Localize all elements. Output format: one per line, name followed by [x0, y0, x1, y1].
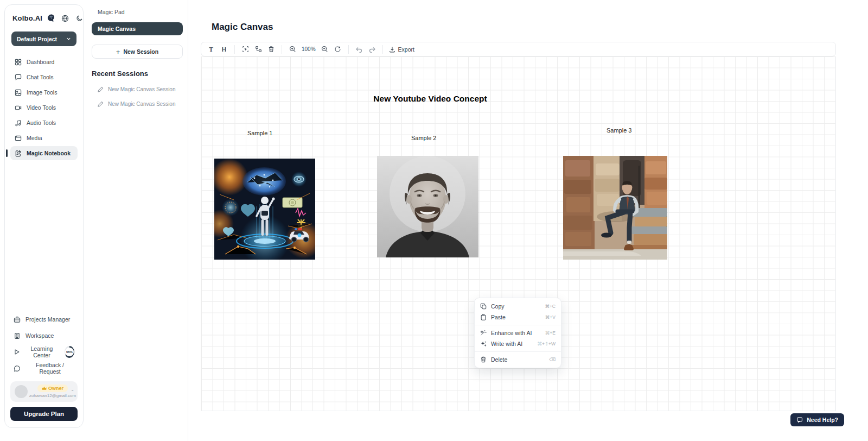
download-icon: [389, 46, 395, 53]
media-icon: [15, 135, 22, 142]
toolbar-divider: [348, 45, 349, 54]
recent-sessions-heading: Recent Sessions: [92, 70, 181, 78]
undo-button[interactable]: [353, 43, 365, 55]
sidebar-item-chat-tools[interactable]: Chat Tools: [10, 70, 78, 84]
recent-session-item[interactable]: New Magic Canvas Session: [92, 101, 176, 107]
zoom-out-icon: [321, 46, 328, 53]
need-help-label: Need Help?: [807, 417, 838, 423]
sidebar-item-projects-manager[interactable]: Projects Manager: [10, 313, 78, 326]
reset-view-button[interactable]: [332, 43, 344, 55]
context-menu-item-enhance-with-ai[interactable]: Enhance with AI ⌘+E: [475, 327, 561, 338]
need-help-button[interactable]: Need Help?: [790, 413, 844, 426]
new-session-button[interactable]: + New Session: [92, 45, 183, 59]
sidebar-item-label: Video Tools: [27, 104, 56, 111]
heading-tool-button[interactable]: H: [218, 43, 230, 55]
project-selector-label: Default Project: [17, 36, 57, 42]
upgrade-plan-button[interactable]: Upgrade Plan: [10, 407, 78, 421]
sidebar-item-label: Audio Tools: [27, 119, 56, 126]
context-menu-label: Delete: [491, 356, 545, 363]
sidebar-item-feedback-request[interactable]: Feedback / Request: [10, 362, 78, 375]
video-camera-icon: [15, 104, 22, 111]
learning-progress-value: 66%: [65, 348, 74, 356]
sidebar-item-label: Learning Center: [25, 345, 59, 358]
export-button[interactable]: Export: [387, 43, 416, 55]
canvas-heading-text[interactable]: New Youtube Video Concept: [373, 94, 487, 104]
context-menu-item-paste[interactable]: Paste ⌘+V: [475, 312, 561, 323]
learning-progress-ring: 66%: [65, 346, 74, 358]
sidebar-item-media[interactable]: Media: [10, 131, 78, 145]
recent-session-item[interactable]: New Magic Canvas Session: [92, 86, 176, 92]
toolbar-divider: [282, 45, 282, 54]
context-menu-item-copy[interactable]: Copy ⌘+C: [475, 301, 561, 312]
sample-1-label[interactable]: Sample 1: [247, 130, 272, 136]
sidebar-item-label: Feedback / Request: [25, 362, 74, 375]
language-globe-button[interactable]: [61, 15, 69, 22]
trash-icon: [268, 46, 275, 53]
sidebar-item-workspace[interactable]: Workspace: [10, 329, 78, 342]
select-tool-button[interactable]: [239, 43, 251, 55]
app-logo: Kolbo.AI: [12, 14, 42, 22]
clipboard-icon: [480, 314, 487, 320]
sidebar-item-learning-center[interactable]: Learning Center 66%: [10, 345, 78, 358]
sidebar-item-audio-tools[interactable]: Audio Tools: [10, 116, 78, 130]
sidebar-bottom: Projects Manager Workspace Learning Cent…: [10, 313, 78, 421]
image-icon: [15, 89, 22, 96]
zoom-in-icon: [289, 46, 296, 53]
zoom-out-button[interactable]: [319, 43, 331, 55]
context-menu: Copy ⌘+C Paste ⌘+V Enhance with AI ⌘+E W…: [474, 298, 561, 368]
sidebar-item-video-tools[interactable]: Video Tools: [10, 100, 78, 115]
user-info: Owner zoharvan12@gmail.com: [32, 385, 73, 398]
sidebar-item-label: Magic Notebook: [27, 150, 71, 156]
sidebar-item-dashboard[interactable]: Dashboard: [10, 55, 78, 69]
sidebar-footer-nav: Projects Manager Workspace Learning Cent…: [10, 313, 78, 375]
rotate-reset-icon: [334, 46, 341, 53]
pencil-icon: [98, 86, 104, 92]
sidebar-item-label: Chat Tools: [27, 74, 53, 80]
tab-magic-canvas[interactable]: Magic Canvas: [92, 22, 183, 35]
toolbar-divider: [382, 45, 383, 54]
zoom-in-button[interactable]: [286, 43, 298, 55]
help-chat-icon: [796, 417, 803, 423]
context-menu-item-write-with-ai[interactable]: Write with AI ⌘+⇧+W: [475, 338, 561, 349]
user-account-card[interactable]: Owner zoharvan12@gmail.com ⌃: [10, 381, 78, 402]
canvas-image-ai-robot[interactable]: [214, 159, 315, 260]
context-menu-item-delete[interactable]: Delete ⌫: [475, 354, 561, 365]
context-menu-label: Write with AI: [491, 341, 533, 347]
sample-2-label[interactable]: Sample 2: [411, 135, 436, 141]
context-menu-shortcut: ⌘+C: [545, 304, 556, 309]
user-email: zoharvan12@gmail.com: [29, 393, 76, 398]
crown-icon: [42, 386, 47, 390]
delete-tool-button[interactable]: [265, 43, 277, 55]
sidebar-item-label: Projects Manager: [25, 316, 70, 323]
canvas-image-portrait[interactable]: [377, 156, 478, 257]
sample-3-label[interactable]: Sample 3: [607, 127, 631, 134]
tab-magic-pad[interactable]: Magic Pad: [92, 8, 129, 15]
sidebar-item-image-tools[interactable]: Image Tools: [10, 85, 78, 99]
notebook-edit-icon: [15, 150, 22, 157]
dark-mode-moon-button[interactable]: [76, 15, 83, 22]
context-menu-divider: [475, 325, 561, 325]
export-label: Export: [398, 46, 414, 53]
copy-icon: [480, 303, 487, 310]
feedback-bubble-icon: [14, 365, 21, 372]
redo-icon: [368, 46, 376, 53]
connector-tool-button[interactable]: [252, 43, 264, 55]
sidebar-item-label: Dashboard: [27, 59, 54, 65]
context-menu-label: Paste: [491, 314, 541, 320]
context-menu-shortcut: ⌫: [549, 357, 556, 362]
canvas-grid[interactable]: New Youtube Video Concept Sample 1 Sampl…: [201, 56, 836, 411]
sidebar-item-magic-notebook[interactable]: Magic Notebook: [10, 146, 78, 160]
building-icon: [14, 332, 21, 339]
canvas-image-man-ruins[interactable]: [563, 156, 667, 260]
context-menu-divider: [475, 351, 561, 352]
canvas-toolbar: T H 100% Export: [201, 42, 836, 56]
project-selector[interactable]: Default Project: [11, 32, 76, 46]
recent-session-label: New Magic Canvas Session: [108, 101, 176, 107]
text-tool-button[interactable]: T: [205, 43, 217, 55]
dashboard-icon: [15, 59, 22, 66]
redo-button[interactable]: [366, 43, 378, 55]
sidebar-item-label: Workspace: [25, 332, 54, 339]
plus-icon: +: [116, 48, 120, 56]
context-menu-shortcut: ⌘+E: [545, 330, 556, 336]
sidebar-nav: Dashboard Chat Tools Image Tools Video T…: [10, 55, 78, 160]
